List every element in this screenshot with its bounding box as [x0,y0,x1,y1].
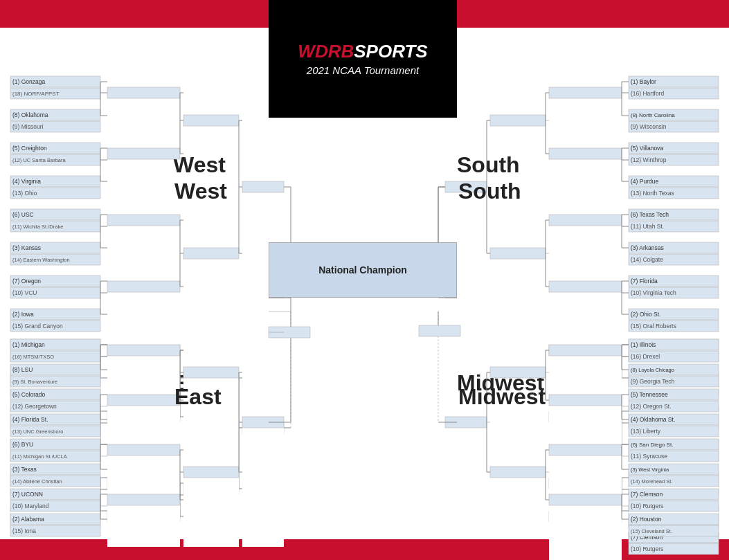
svg-text:(10) Rutgers: (10) Rutgers [631,545,663,552]
svg-text:(15) Oral Roberts: (15) Oral Roberts [631,323,676,329]
svg-rect-204 [490,248,546,259]
svg-text:(9) Missouri: (9) Missouri [12,123,44,130]
svg-rect-413 [183,467,239,478]
logo-wdrb-text: WDRB [298,42,354,60]
svg-text:(8) Loyola Chicago: (8) Loyola Chicago [631,367,674,373]
svg-rect-180 [549,148,622,159]
svg-text:(2) Houston: (2) Houston [631,516,662,523]
svg-rect-407 [183,367,239,378]
svg-text:(6) BYU: (6) BYU [12,441,33,448]
svg-text:(10) Virginia Tech: (10) Virginia Tech [631,289,676,296]
svg-text:(8) LSU: (8) LSU [12,366,33,373]
national-champion-text: National Champion [318,264,407,276]
svg-text:(4) Florida St.: (4) Florida St. [12,416,48,423]
svg-text:(15) Grand Canyon: (15) Grand Canyon [12,323,63,329]
logo-box-overlay: WDRBSPORTS 2021 NCAA Tournament [269,0,457,118]
logo-subtitle: 2021 NCAA Tournament [307,64,419,76]
svg-text:(1) Michigan: (1) Michigan [12,341,45,348]
svg-text:(2) Ohio St.: (2) Ohio St. [631,311,660,318]
svg-text:(5) Colorado: (5) Colorado [12,391,46,398]
svg-text:(2) Alabama: (2) Alabama [12,516,44,523]
svg-rect-322 [549,494,622,505]
svg-text:(4) Virginia: (4) Virginia [12,178,41,185]
svg-rect-316 [549,444,622,455]
west-label: West [174,179,227,204]
svg-text:(15) Cleveland St.: (15) Cleveland St. [631,528,672,534]
svg-text:(9) St. Bonaventure: (9) St. Bonaventure [12,379,57,385]
svg-text:(7) UCONN: (7) UCONN [12,491,43,498]
top-bar-right [457,0,729,28]
svg-text:(13) Liberty: (13) Liberty [631,428,661,435]
svg-text:(12) Winthrop: (12) Winthrop [631,156,667,163]
svg-text:(12) Georgetown: (12) Georgetown [12,403,57,410]
svg-text:(3) Kansas: (3) Kansas [12,244,41,251]
svg-rect-174 [549,87,622,98]
svg-text:(5) Creighton: (5) Creighton [12,145,47,152]
svg-text:(14) Colgate: (14) Colgate [631,256,663,263]
svg-text:(3) Texas: (3) Texas [12,466,37,473]
south-label: South [458,179,521,204]
svg-rect-56 [183,115,239,126]
svg-rect-400 [107,494,180,505]
svg-rect-192 [549,281,622,292]
svg-text:(11) Wichita St./Drake: (11) Wichita St./Drake [12,224,63,230]
svg-rect-388 [107,395,180,406]
svg-text:(1) Gonzaga: (1) Gonzaga [12,78,46,85]
national-champion-overlay: National Champion [269,242,457,298]
svg-rect-381 [107,339,180,547]
svg-rect-304 [549,345,622,356]
svg-text:(9) Wisconsin: (9) Wisconsin [631,123,667,130]
svg-text:(7) Oregon: (7) Oregon [12,278,41,284]
svg-rect-328 [490,367,546,378]
svg-text:(18) NORF/APPST: (18) NORF/APPST [12,91,60,97]
logo-sports-text: SPORTS [354,42,427,60]
svg-text:(15) Iona: (15) Iona [12,527,36,534]
svg-text:(16) Hartford: (16) Hartford [631,90,664,97]
svg-text:(16) MTSM/TXSO: (16) MTSM/TXSO [12,354,54,360]
svg-text:(7) Clemson: (7) Clemson [631,491,663,498]
svg-text:(16) Drexel: (16) Drexel [631,353,660,360]
svg-text:(6) USC: (6) USC [12,211,34,218]
svg-text:(14) Eastern Washington: (14) Eastern Washington [12,257,70,263]
svg-text:(6) San Diego St.: (6) San Diego St. [631,442,673,448]
svg-text:(13) UNC Greensboro: (13) UNC Greensboro [12,428,63,435]
svg-text:(1) Baylor: (1) Baylor [631,78,656,85]
svg-rect-394 [107,444,180,455]
svg-rect-186 [549,215,622,226]
svg-text:(3) Arkansas: (3) Arkansas [631,244,664,251]
svg-rect-32 [107,87,180,98]
svg-rect-68 [242,181,284,192]
svg-rect-435 [419,325,460,336]
svg-rect-38 [107,148,180,159]
svg-text:(4) Oklahoma St.: (4) Oklahoma St. [631,416,675,423]
svg-text:(13) Ohio: (13) Ohio [12,190,37,197]
svg-text:(1) Illinois: (1) Illinois [631,341,656,348]
top-bar-left [0,0,270,28]
svg-text:(12) UC Santa Barbara: (12) UC Santa Barbara [12,157,66,163]
svg-text:(4) Purdue: (4) Purdue [631,178,658,185]
svg-rect-334 [490,467,546,478]
svg-text:(11) Michigan St./UCLA: (11) Michigan St./UCLA [12,453,67,460]
east-label: East [174,384,222,410]
svg-rect-198 [490,115,546,126]
svg-text:(2) Iowa: (2) Iowa [12,311,34,318]
svg-text:(10) Rutgers: (10) Rutgers [631,503,663,509]
midwest-label: Midwest [458,384,546,410]
svg-rect-50 [107,281,180,292]
svg-text:(11) Utah St.: (11) Utah St. [631,223,664,230]
svg-text:(14) Abilene Christian: (14) Abilene Christian [12,478,62,485]
svg-rect-382 [107,345,180,356]
svg-rect-44 [107,215,180,226]
svg-text:(10) Maryland: (10) Maryland [12,503,49,509]
svg-text:(14) Morehead St.: (14) Morehead St. [631,478,672,485]
svg-text:(10) VCU: (10) VCU [12,289,37,296]
svg-rect-310 [549,395,622,406]
svg-text:(6) Texas Tech: (6) Texas Tech [631,211,669,218]
svg-rect-62 [183,248,239,259]
svg-text:(3) West Virginia: (3) West Virginia [631,467,669,473]
svg-rect-419 [242,339,284,547]
svg-text:(12) Oregon St.: (12) Oregon St. [631,403,672,410]
svg-text:(5) Villanova: (5) Villanova [631,145,663,152]
svg-text:(8) North Carolina: (8) North Carolina [631,112,675,118]
svg-text:(11) Syracuse: (11) Syracuse [631,453,667,460]
